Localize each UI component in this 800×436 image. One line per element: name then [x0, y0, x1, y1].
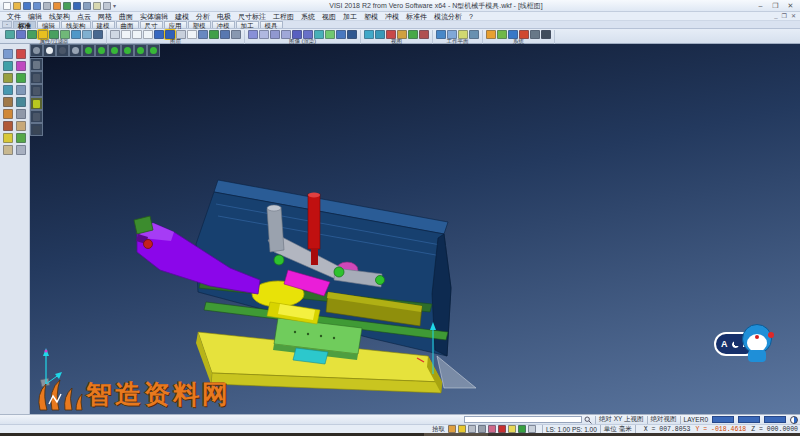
mdi-close-button[interactable]: ✕ [791, 12, 796, 20]
menu-item[interactable]: 曲面 [116, 12, 136, 21]
layer-color-swatch[interactable] [712, 416, 734, 423]
model-part-red-cylinder[interactable] [308, 194, 320, 249]
toolbar-tab[interactable]: 线架构 [61, 21, 91, 28]
ribbon-icon[interactable] [121, 30, 131, 39]
tool-icon[interactable] [3, 49, 13, 59]
model-part-arm-bolt[interactable] [144, 240, 153, 249]
snap-mode-button[interactable] [508, 425, 516, 433]
snap-mode-button[interactable] [498, 425, 506, 433]
quick-access-icon[interactable] [93, 2, 101, 10]
mdi-restore-button[interactable]: ❐ [782, 12, 787, 20]
tool-icon[interactable] [3, 145, 13, 155]
viewport-zoom-button[interactable] [30, 97, 43, 110]
units-indicator[interactable]: 单位 毫米 [604, 425, 632, 434]
ribbon-icon[interactable] [541, 30, 551, 39]
snap-mode-button[interactable] [518, 425, 526, 433]
ribbon-icon[interactable] [248, 30, 258, 39]
ribbon-icon[interactable] [530, 30, 540, 39]
tool-icon[interactable] [16, 73, 26, 83]
viewport-view-button[interactable] [108, 44, 121, 57]
menu-item[interactable]: 尺寸标注 [235, 12, 269, 21]
menu-item[interactable]: 网格 [95, 12, 115, 21]
snap-mode-button[interactable] [478, 425, 486, 433]
menu-item[interactable]: 系统 [298, 12, 318, 21]
ribbon-icon[interactable] [198, 30, 208, 39]
quick-access-icon[interactable] [23, 2, 31, 10]
toolbar-tab[interactable]: 编辑 [37, 21, 60, 28]
tool-icon[interactable] [3, 85, 13, 95]
tool-icon[interactable] [16, 85, 26, 95]
quick-access-icon[interactable] [33, 2, 41, 10]
tool-icon[interactable] [3, 109, 13, 119]
menu-item[interactable]: 加工 [340, 12, 360, 21]
ribbon-icon[interactable] [16, 30, 26, 39]
cad-viewport[interactable]: 智造资料网 A [30, 44, 800, 414]
menu-item[interactable]: 电极 [214, 12, 234, 21]
ribbon-icon[interactable] [110, 30, 120, 39]
toolbar-tab[interactable]: 标准 [13, 21, 36, 28]
viewport-view-button[interactable] [69, 44, 82, 57]
ribbon-icon[interactable] [325, 30, 335, 39]
model-part-gray-cylinder[interactable] [267, 207, 284, 252]
toolbar-tab[interactable]: 尺寸 [140, 21, 163, 28]
input-method-widget[interactable]: A [714, 324, 776, 368]
render-mode-toggle[interactable] [790, 416, 798, 424]
ribbon-icon[interactable] [71, 30, 81, 39]
viewport-view-button[interactable] [147, 44, 160, 57]
viewport-view-button[interactable] [43, 44, 56, 57]
tool-icon[interactable] [16, 49, 26, 59]
menu-item[interactable]: 线架构 [46, 12, 73, 21]
tool-icon[interactable] [16, 121, 26, 131]
quick-access-icon[interactable] [103, 2, 111, 10]
viewport-view-button[interactable] [30, 44, 43, 57]
quick-access-icon[interactable] [73, 2, 81, 10]
ribbon-icon[interactable] [231, 30, 241, 39]
quick-access-icon[interactable] [53, 2, 61, 10]
quick-access-icon[interactable] [43, 2, 51, 10]
menu-item[interactable]: 视图 [319, 12, 339, 21]
layer-color-swatch[interactable] [738, 416, 760, 423]
snap-mode-button[interactable] [448, 425, 456, 433]
ribbon-icon[interactable] [469, 30, 479, 39]
toolbar-tab[interactable]: 曲面 [116, 21, 139, 28]
maximize-button[interactable]: ❐ [771, 1, 780, 11]
viewport-view-button[interactable] [82, 44, 95, 57]
toolbar-tab[interactable]: 冲模 [212, 21, 235, 28]
ribbon-icon[interactable] [486, 30, 496, 39]
tool-icon[interactable] [16, 133, 26, 143]
tool-icon[interactable] [3, 97, 13, 107]
model-part-pin[interactable] [334, 267, 344, 277]
model-part-pin[interactable] [376, 276, 385, 285]
snap-mode-button[interactable] [528, 425, 536, 433]
tool-icon[interactable] [3, 61, 13, 71]
moon-icon[interactable] [732, 341, 739, 348]
menu-item[interactable]: 塑模 [361, 12, 381, 21]
close-button[interactable]: ✕ [786, 1, 795, 11]
ribbon-icon[interactable] [5, 30, 15, 39]
tool-icon[interactable] [3, 133, 13, 143]
ribbon-icon[interactable] [132, 30, 142, 39]
ribbon-icon[interactable] [220, 30, 230, 39]
quick-access-icon[interactable] [13, 2, 21, 10]
toolbar-tab[interactable]: 模具 [260, 21, 283, 28]
viewport-view-button[interactable] [121, 44, 134, 57]
ribbon-icon[interactable] [336, 30, 346, 39]
menu-item[interactable]: 标准件 [403, 12, 430, 21]
tool-icon[interactable] [3, 121, 13, 131]
menu-item[interactable]: 编辑 [25, 12, 45, 21]
command-input[interactable] [464, 416, 582, 423]
snap-mode-button[interactable] [468, 425, 476, 433]
toolbar-tab[interactable]: 建模 [92, 21, 115, 28]
viewport-zoom-button[interactable] [30, 123, 43, 136]
tool-icon[interactable] [16, 145, 26, 155]
ribbon-icon[interactable] [408, 30, 418, 39]
viewport-view-button[interactable] [56, 44, 69, 57]
ribbon-icon[interactable] [143, 30, 153, 39]
menu-item[interactable]: 工程图 [270, 12, 297, 21]
search-icon[interactable] [584, 416, 592, 424]
menu-item[interactable]: 点云 [74, 12, 94, 21]
viewport-view-button[interactable] [134, 44, 147, 57]
ribbon-icon[interactable] [497, 30, 507, 39]
menu-item[interactable]: 模流分析 [431, 12, 465, 21]
ribbon-icon[interactable] [364, 30, 374, 39]
